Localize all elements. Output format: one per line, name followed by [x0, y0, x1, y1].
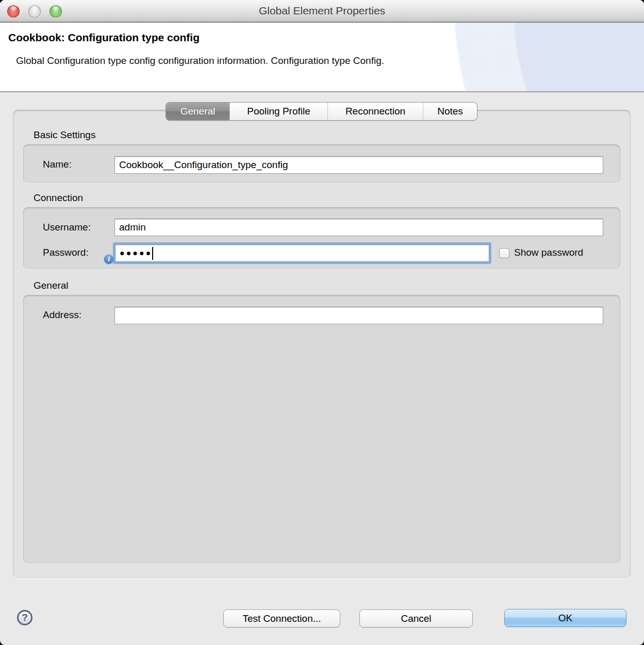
- password-label: Password:: [43, 247, 89, 258]
- title-bar: Global Element Properties: [0, 0, 644, 23]
- password-masked-value: ●●●●●: [120, 249, 152, 257]
- general-groupbox: [23, 295, 620, 564]
- address-input[interactable]: [114, 307, 603, 324]
- tab-general[interactable]: General: [166, 103, 229, 120]
- page-description: Global Configuration type config configu…: [16, 55, 384, 67]
- basic-settings-group-title: Basic Settings: [34, 129, 95, 141]
- show-password-label: Show password: [514, 247, 583, 258]
- cancel-button[interactable]: Cancel: [359, 609, 473, 627]
- connection-group-title: Connection: [34, 192, 83, 204]
- name-input[interactable]: [114, 156, 603, 174]
- ok-button[interactable]: OK: [504, 609, 626, 627]
- window-title: Global Element Properties: [0, 5, 644, 17]
- password-input[interactable]: ●●●●●: [115, 244, 489, 262]
- text-caret: [152, 247, 153, 260]
- address-label: Address:: [43, 309, 81, 321]
- show-password-checkbox[interactable]: [499, 248, 509, 258]
- tab-reconnection[interactable]: Reconnection: [327, 103, 423, 120]
- name-label: Name:: [43, 159, 72, 170]
- wizard-header: Cookbook: Configuration type config Glob…: [0, 23, 644, 92]
- test-connection-button[interactable]: Test Connection...: [223, 609, 340, 627]
- global-element-properties-dialog: Global Element Properties Cookbook: Conf…: [0, 0, 644, 645]
- tab-notes[interactable]: Notes: [423, 103, 477, 120]
- username-input[interactable]: [114, 219, 603, 236]
- tab-bar: General Pooling Profile Reconnection Not…: [166, 103, 477, 120]
- general-group-title: General: [34, 280, 69, 291]
- page-title: Cookbook: Configuration type config: [8, 31, 200, 44]
- username-label: Username:: [43, 222, 91, 233]
- info-icon[interactable]: i: [104, 255, 113, 264]
- tab-pooling-profile[interactable]: Pooling Profile: [229, 103, 327, 120]
- help-button[interactable]: ?: [17, 610, 32, 625]
